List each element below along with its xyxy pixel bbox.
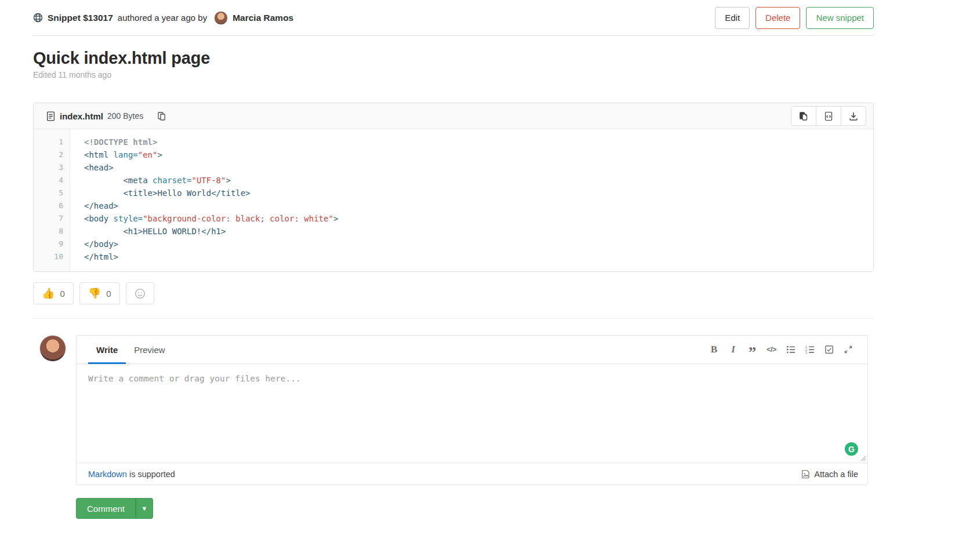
copy-contents-button[interactable] (791, 106, 816, 126)
file-header: index.html 200 Bytes (34, 103, 873, 129)
grammarly-icon[interactable]: G (845, 442, 858, 456)
code-line: </html> (84, 250, 338, 263)
award-emoji-row: 👍 0 👎 0 (33, 282, 874, 304)
code-line: <!DOCTYPE html> (84, 136, 338, 148)
code-line: </head> (84, 199, 338, 212)
file-card: index.html 200 Bytes (33, 103, 874, 272)
comment-footer: Markdown is supported Attach a file (77, 463, 867, 485)
fullscreen-button[interactable] (840, 341, 856, 358)
numbered-list-button[interactable]: 1. 2. 3. (802, 341, 818, 358)
line-number[interactable]: 1 (34, 136, 70, 148)
code-line: <head> (84, 161, 338, 174)
comment-input[interactable] (77, 364, 867, 463)
line-number[interactable]: 6 (34, 199, 70, 212)
thumbs-up-icon: 👍 (42, 288, 55, 299)
tab-preview[interactable]: Preview (126, 336, 173, 363)
section-divider (33, 318, 874, 319)
globe-icon (33, 13, 43, 23)
file-document-icon (46, 111, 55, 121)
code-line: <title>Hello World</title> (84, 187, 338, 199)
line-number[interactable]: 3 (34, 161, 70, 174)
line-number[interactable]: 4 (34, 174, 70, 187)
snippet-actions: Edit Delete New snippet (715, 7, 874, 29)
comment-submit-button[interactable]: Comment (76, 498, 136, 519)
file-size: 200 Bytes (107, 111, 143, 121)
page-title: Quick index.html page (33, 49, 874, 68)
bold-icon: B (711, 344, 717, 355)
thumbs-down-count: 0 (106, 289, 111, 299)
file-action-group (791, 106, 866, 126)
line-numbers: 12345678910 (34, 129, 70, 271)
task-list-icon (825, 345, 834, 354)
snippet-meta: Snippet $13017 authored a year ago by Ma… (33, 11, 293, 25)
line-number[interactable]: 9 (34, 238, 70, 250)
code-line: <meta charset="UTF-8"> (84, 174, 338, 187)
snippet-id-label: Snippet $13017 (48, 13, 113, 23)
markdown-supported-text: is supported (127, 470, 175, 479)
markdown-toolbar: B I ” </> (706, 336, 856, 363)
new-snippet-button[interactable]: New snippet (806, 7, 874, 29)
quote-button[interactable]: ” (744, 341, 760, 358)
attach-file-button[interactable]: Attach a file (801, 470, 858, 479)
svg-text:3.: 3. (805, 351, 808, 354)
new-comment-section: Write Preview B I ” </> (33, 335, 874, 485)
copy-file-path-button[interactable] (154, 109, 170, 123)
bulleted-list-button[interactable] (783, 341, 798, 358)
line-number[interactable]: 2 (34, 148, 70, 161)
line-number[interactable]: 8 (34, 225, 70, 238)
textarea-resize-handle[interactable] (859, 454, 866, 461)
download-icon (849, 111, 858, 121)
comment-textarea-wrap: G (77, 364, 867, 463)
code-icon: </> (767, 346, 776, 354)
code-line: </body> (84, 238, 338, 250)
code-line: <h1>HELLO WORLD!</h1> (84, 225, 338, 238)
snippet-header-bar: Snippet $13017 authored a year ago by Ma… (33, 0, 874, 36)
italic-button[interactable]: I (725, 341, 741, 358)
thumbs-up-count: 0 (60, 289, 64, 299)
markdown-help-link[interactable]: Markdown (88, 470, 127, 479)
copy-file-path-icon (157, 111, 166, 121)
tab-write[interactable]: Write (88, 336, 126, 363)
fullscreen-icon (844, 345, 853, 354)
edited-timestamp: Edited 11 months ago (33, 70, 874, 79)
markdown-tabs-row: Write Preview B I ” </> (77, 336, 867, 364)
bold-button[interactable]: B (706, 341, 722, 358)
file-name: index.html (60, 111, 103, 121)
author-avatar-small[interactable] (214, 11, 228, 25)
line-number[interactable]: 7 (34, 212, 70, 225)
current-user-avatar-wrap (33, 335, 66, 362)
quote-icon: ” (749, 344, 757, 355)
code-line: <body style="background-color: black; co… (84, 212, 338, 225)
page-container: Snippet $13017 authored a year ago by Ma… (33, 0, 874, 519)
thumbs-down-button[interactable]: 👎 0 (79, 282, 120, 304)
open-raw-button[interactable] (816, 106, 841, 126)
smiley-add-reaction-icon (135, 288, 146, 299)
bulleted-list-icon (786, 345, 796, 354)
numbered-list-icon: 1. 2. 3. (805, 345, 815, 354)
line-number[interactable]: 10 (34, 250, 70, 263)
add-reaction-button[interactable] (126, 282, 154, 304)
delete-button[interactable]: Delete (756, 7, 800, 29)
chevron-down-icon: ▼ (141, 505, 148, 512)
edit-button[interactable]: Edit (715, 7, 750, 29)
line-number[interactable]: 5 (34, 187, 70, 199)
italic-icon: I (731, 344, 735, 355)
code-line: <html lang="en"> (84, 148, 338, 161)
attach-image-icon (801, 470, 810, 479)
code-button[interactable]: </> (764, 341, 779, 358)
download-button[interactable] (841, 106, 866, 126)
title-block: Quick index.html page Edited 11 months a… (33, 49, 874, 79)
open-raw-icon (824, 111, 833, 121)
comment-form-card: Write Preview B I ” </> (76, 335, 868, 485)
thumbs-up-button[interactable]: 👍 0 (33, 282, 74, 304)
code-viewer: 12345678910 <!DOCTYPE html><html lang="e… (34, 129, 873, 271)
comment-actions: Comment ▼ (76, 498, 874, 519)
author-name[interactable]: Marcia Ramos (233, 13, 293, 23)
thumbs-down-icon: 👎 (88, 288, 101, 299)
code-lines: <!DOCTYPE html><html lang="en"><head> <m… (70, 129, 338, 271)
task-list-button[interactable] (821, 341, 837, 358)
copy-contents-icon (799, 111, 808, 121)
comment-dropdown-toggle[interactable]: ▼ (136, 498, 153, 519)
authored-text: authored a year ago by (118, 13, 207, 23)
current-user-avatar (39, 335, 66, 362)
